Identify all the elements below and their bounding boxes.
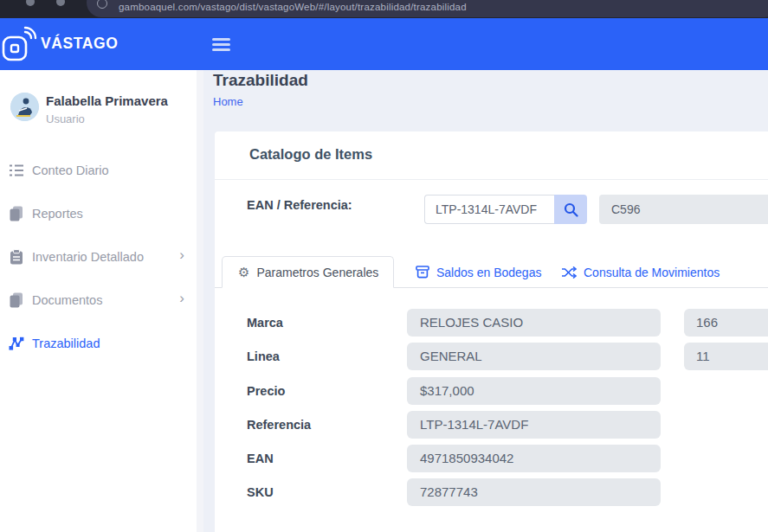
address-url[interactable]: gamboaquel.com/vastago/dist/vastagoWeb/#… bbox=[119, 2, 467, 12]
field-value-ean: 4971850934042 bbox=[407, 445, 661, 472]
trace-graph-icon bbox=[8, 336, 24, 352]
field-label-sku: SKU bbox=[247, 485, 274, 499]
page-title: Trazabilidad bbox=[213, 71, 308, 90]
rfid-tag-icon[interactable] bbox=[2, 26, 40, 66]
search-icon bbox=[564, 202, 578, 217]
browser-toolbar: gamboaquel.com/vastago/dist/vastagoWeb/#… bbox=[0, 0, 768, 18]
card-title: Catalogo de Items bbox=[249, 146, 372, 163]
user-role: Usuario bbox=[46, 112, 85, 125]
field-value-referencia: LTP-1314L-7AVDF bbox=[407, 411, 661, 439]
field-label-marca: Marca bbox=[247, 316, 283, 330]
report-file-icon bbox=[8, 206, 24, 222]
clipboard-icon bbox=[8, 249, 24, 266]
tab-saldos-en-bodegas[interactable]: Saldos en Bodegas bbox=[416, 256, 541, 288]
app-header: VÁSTAGO bbox=[0, 18, 768, 70]
brand-title[interactable]: VÁSTAGO bbox=[41, 35, 118, 53]
card-divider bbox=[215, 179, 768, 180]
documents-icon bbox=[8, 292, 24, 309]
avatar bbox=[10, 93, 39, 121]
archive-icon bbox=[416, 266, 429, 279]
user-name: Falabella Primavera bbox=[46, 93, 168, 108]
field-label-precio: Precio bbox=[247, 384, 285, 398]
sidebar-item-reportes[interactable]: Reportes bbox=[0, 201, 197, 227]
chevron-right-icon: › bbox=[179, 291, 184, 305]
field-label-ean: EAN bbox=[247, 452, 274, 465]
tab-consulta-de-movimientos[interactable]: Consulta de Movimientos bbox=[561, 256, 720, 288]
sidebar: Falabella Primavera Usuario Conteo Diari… bbox=[0, 70, 197, 532]
tab-label: Saldos en Bodegas bbox=[436, 266, 541, 279]
sidebar-item-label: Trazabilidad bbox=[32, 337, 100, 350]
sidebar-item-label: Conteo Diario bbox=[32, 163, 109, 177]
sidebar-item-inventario-detallado[interactable]: Inventario Detallado › bbox=[0, 244, 197, 270]
field-label-referencia: Referencia bbox=[247, 418, 311, 432]
field-code-linea: 11 bbox=[684, 343, 768, 370]
search-button[interactable] bbox=[554, 195, 587, 224]
field-value-linea: GENERAL bbox=[407, 343, 661, 370]
gear-icon: ⚙ bbox=[238, 266, 249, 279]
breadcrumb-home-link[interactable]: Home bbox=[213, 95, 243, 108]
tab-label: Parametros Generales bbox=[256, 266, 378, 279]
tab-label: Consulta de Movimientos bbox=[584, 266, 720, 279]
browser-button-icon[interactable] bbox=[26, 0, 35, 6]
sidebar-item-label: Inventario Detallado bbox=[32, 250, 144, 264]
sidebar-item-conteo-diario[interactable]: Conteo Diario bbox=[0, 157, 197, 183]
app-window: gamboaquel.com/vastago/dist/vastagoWeb/#… bbox=[0, 0, 768, 532]
field-code-marca: 166 bbox=[684, 309, 768, 337]
sidebar-item-trazabilidad[interactable]: Trazabilidad bbox=[0, 330, 197, 356]
numbered-list-icon bbox=[8, 163, 24, 179]
ean-referencia-label: EAN / Referencia: bbox=[247, 198, 352, 212]
sidebar-item-label: Reportes bbox=[32, 207, 83, 221]
hamburger-icon[interactable] bbox=[212, 38, 230, 51]
browser-button-icon[interactable] bbox=[56, 0, 65, 6]
field-value-sku: 72877743 bbox=[407, 478, 661, 506]
field-label-linea: Linea bbox=[247, 349, 280, 363]
item-code-field: C596 bbox=[599, 195, 768, 224]
ean-referencia-input[interactable] bbox=[424, 195, 555, 224]
field-value-precio: $317,000 bbox=[407, 377, 661, 405]
chevron-right-icon: › bbox=[179, 247, 184, 262]
tab-parametros-generales[interactable]: ⚙ Parametros Generales bbox=[222, 256, 394, 288]
shuffle-icon bbox=[561, 266, 577, 279]
sidebar-item-label: Documentos bbox=[32, 293, 102, 307]
field-value-marca: RELOJES CASIO bbox=[407, 309, 661, 337]
sidebar-item-documentos[interactable]: Documentos › bbox=[0, 287, 197, 313]
sidebar-scroll-gutter[interactable] bbox=[197, 70, 203, 532]
